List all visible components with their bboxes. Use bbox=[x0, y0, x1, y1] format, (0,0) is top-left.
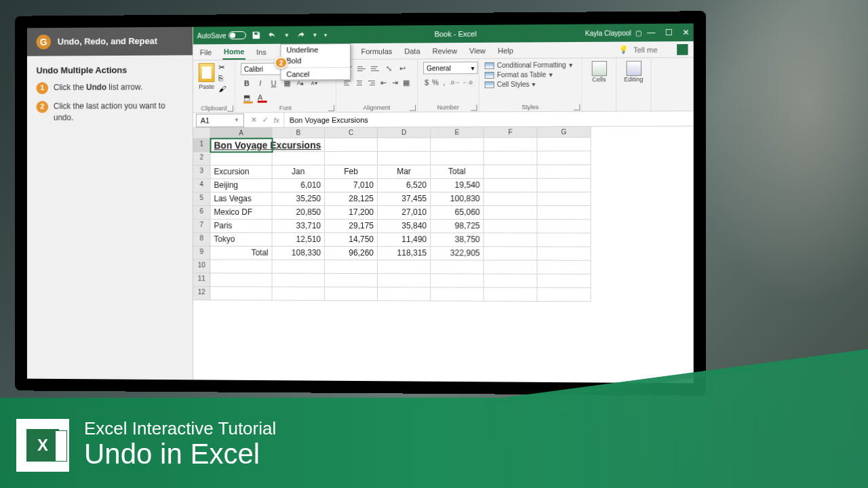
format-as-table[interactable]: Format as Table▾ bbox=[485, 70, 576, 79]
copy-icon[interactable]: ⎘ bbox=[218, 74, 229, 83]
cell-D8[interactable]: 11,490 bbox=[378, 233, 431, 247]
cell-B9[interactable]: 108,330 bbox=[273, 247, 326, 260]
increase-indent[interactable]: ⇥ bbox=[390, 77, 400, 89]
cut-icon[interactable]: ✂ bbox=[218, 63, 229, 73]
format-painter-icon[interactable]: 🖌 bbox=[218, 85, 229, 94]
cancel-formula-icon[interactable]: ✕ bbox=[251, 115, 257, 124]
autosave-toggle[interactable]: AutoSave bbox=[197, 31, 247, 39]
col-G[interactable]: G bbox=[537, 127, 591, 138]
tab-file[interactable]: File bbox=[199, 45, 213, 59]
merge-button[interactable]: ▦ bbox=[401, 77, 412, 89]
cell-F11[interactable] bbox=[484, 274, 538, 288]
cell-F7[interactable] bbox=[484, 220, 538, 233]
autosave-switch[interactable] bbox=[229, 31, 247, 39]
col-D[interactable]: D bbox=[378, 127, 431, 138]
save-icon[interactable] bbox=[252, 30, 261, 40]
cell-E11[interactable] bbox=[431, 274, 484, 287]
tab-view[interactable]: View bbox=[468, 43, 487, 57]
select-all-corner[interactable] bbox=[193, 128, 211, 139]
qat-customize[interactable]: ▾ bbox=[324, 32, 327, 38]
italic-button[interactable]: I bbox=[254, 77, 267, 89]
cell-F2[interactable] bbox=[484, 151, 538, 165]
cell-G9[interactable] bbox=[537, 247, 591, 260]
cell-E4[interactable]: 19,540 bbox=[431, 179, 484, 192]
cell-C7[interactable]: 29,175 bbox=[325, 220, 378, 233]
row-4[interactable]: 4 bbox=[193, 179, 211, 192]
cell-G3[interactable] bbox=[537, 165, 591, 178]
cell-styles[interactable]: Cell Styles▾ bbox=[485, 80, 576, 88]
redo-dropdown-arrow[interactable]: ▼ bbox=[312, 32, 317, 38]
cell-C4[interactable]: 7,010 bbox=[325, 179, 378, 192]
align-middle[interactable] bbox=[355, 62, 368, 75]
cell-C3[interactable]: Feb bbox=[325, 165, 378, 179]
cell-B2[interactable] bbox=[273, 152, 326, 165]
row-11[interactable]: 11 bbox=[193, 273, 211, 287]
cell-F6[interactable] bbox=[484, 206, 538, 220]
cell-C8[interactable]: 14,750 bbox=[325, 233, 378, 247]
cell-A2[interactable] bbox=[211, 152, 273, 165]
paste-button[interactable]: Paste bbox=[199, 63, 215, 103]
cell-C10[interactable] bbox=[325, 260, 378, 274]
cell-G11[interactable] bbox=[537, 274, 591, 288]
cell-G7[interactable] bbox=[537, 220, 591, 233]
increase-decimal[interactable]: .0→ bbox=[449, 76, 460, 88]
cell-E12[interactable] bbox=[431, 287, 484, 301]
cell-A8[interactable]: Tokyo bbox=[211, 233, 273, 247]
cell-B7[interactable]: 33,710 bbox=[273, 220, 326, 233]
bold-button[interactable]: B bbox=[241, 77, 253, 89]
enter-formula-icon[interactable]: ✓ bbox=[262, 115, 269, 124]
undo-item-bold[interactable]: Bold bbox=[281, 55, 350, 66]
cell-E5[interactable]: 100,830 bbox=[431, 192, 484, 206]
cell-C1[interactable] bbox=[325, 138, 378, 152]
cell-A10[interactable] bbox=[211, 260, 273, 274]
col-B[interactable]: B bbox=[273, 127, 326, 138]
cell-A3[interactable]: Excursion bbox=[211, 165, 273, 179]
cell-D2[interactable] bbox=[378, 152, 431, 165]
cell-F5[interactable] bbox=[484, 192, 538, 206]
cell-G2[interactable] bbox=[537, 151, 591, 165]
row-12[interactable]: 12 bbox=[193, 287, 211, 300]
cell-E6[interactable]: 65,060 bbox=[431, 206, 484, 220]
cell-B6[interactable]: 20,850 bbox=[273, 206, 326, 220]
cell-A5[interactable]: Las Vegas bbox=[211, 192, 273, 206]
fx-icon[interactable]: fx bbox=[274, 116, 279, 124]
formula-input[interactable]: Bon Voyage Excursions bbox=[284, 115, 694, 124]
row-7[interactable]: 7 bbox=[193, 220, 211, 233]
cell-C2[interactable] bbox=[325, 152, 378, 165]
percent-button[interactable]: % bbox=[431, 76, 439, 88]
row-2[interactable]: 2 bbox=[193, 152, 211, 165]
tab-help[interactable]: Help bbox=[496, 43, 515, 57]
row-10[interactable]: 10 bbox=[193, 260, 211, 273]
cell-C5[interactable]: 28,125 bbox=[325, 192, 378, 206]
cell-G5[interactable] bbox=[537, 192, 591, 206]
cell-D12[interactable] bbox=[378, 287, 431, 301]
cell-F12[interactable] bbox=[484, 288, 538, 302]
cell-B8[interactable]: 12,510 bbox=[273, 233, 326, 247]
tab-formulas[interactable]: Formulas bbox=[359, 44, 393, 58]
col-C[interactable]: C bbox=[325, 127, 378, 138]
cell-E8[interactable]: 38,750 bbox=[431, 233, 484, 247]
undo-cancel[interactable]: Cancel bbox=[281, 67, 350, 79]
undo-icon[interactable] bbox=[268, 30, 277, 40]
align-bottom[interactable] bbox=[369, 62, 381, 75]
cell-B12[interactable] bbox=[273, 287, 326, 301]
tab-data[interactable]: Data bbox=[403, 44, 421, 58]
cell-E7[interactable]: 98,725 bbox=[431, 220, 484, 233]
user-name[interactable]: Kayla Claypool ▢ bbox=[585, 29, 642, 37]
cell-B11[interactable] bbox=[273, 274, 326, 287]
cell-F3[interactable] bbox=[484, 165, 538, 179]
cells-group[interactable]: Cells bbox=[582, 58, 616, 111]
row-8[interactable]: 8 bbox=[193, 233, 211, 247]
tab-insert[interactable]: Ins bbox=[255, 45, 268, 58]
maximize-button[interactable]: ☐ bbox=[665, 28, 673, 37]
currency-button[interactable]: $ bbox=[423, 76, 430, 88]
cell-C6[interactable]: 17,200 bbox=[325, 206, 378, 220]
align-center[interactable] bbox=[354, 77, 365, 89]
cell-F8[interactable] bbox=[484, 233, 538, 247]
cell-A7[interactable]: Paris bbox=[211, 220, 273, 233]
cell-G4[interactable] bbox=[537, 179, 591, 192]
cell-D1[interactable] bbox=[378, 138, 431, 152]
wrap-text-button[interactable]: ↩ bbox=[396, 62, 408, 75]
editing-group[interactable]: Editing bbox=[616, 58, 651, 111]
cell-E1[interactable] bbox=[431, 138, 484, 152]
